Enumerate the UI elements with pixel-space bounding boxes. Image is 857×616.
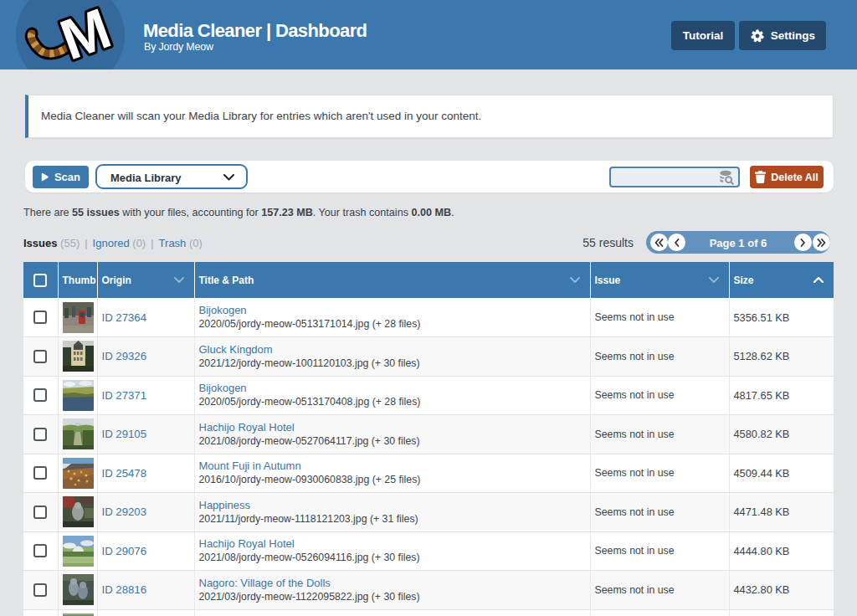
svg-text:M: M — [52, 0, 118, 69]
